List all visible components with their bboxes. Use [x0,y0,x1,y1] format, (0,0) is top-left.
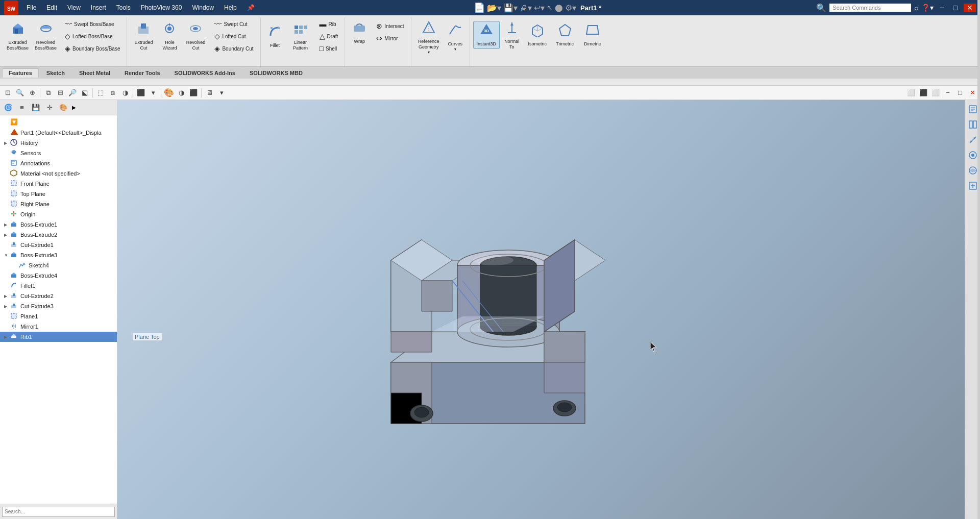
tree-rib1[interactable]: ▶ Rib1 [0,332,117,342]
view-display-drop[interactable]: ▾ [148,87,159,98]
viewport-restore[interactable]: □ [954,87,966,98]
menu-insert[interactable]: Insert [87,3,110,12]
viewport-split-h[interactable]: ⬛ [918,87,929,98]
view-orient-list[interactable]: 🔍 [14,87,26,98]
viewport[interactable]: Plane Top [117,100,965,519]
revolved-cut-button[interactable]: RevolvedCut [182,19,209,53]
tab-sheet-metal[interactable]: Sheet Metal [72,68,117,78]
reference-dropdown[interactable]: ▾ [428,50,430,55]
tab-sketch[interactable]: Sketch [40,68,71,78]
tree-top-plane[interactable]: Top Plane [0,189,117,199]
view-color[interactable]: 🎨 [163,87,175,98]
view-glass[interactable]: ⬕ [79,87,90,98]
open-btn[interactable]: 📂▾ [487,3,501,13]
view-screen[interactable]: 🖥 [204,87,215,98]
undo-btn[interactable]: ↩▾ [534,3,545,13]
hole-wizard-button[interactable]: HoleWizard [158,19,181,53]
swept-boss-button[interactable]: 〰 Swept Boss/Base [61,18,124,30]
menu-tools[interactable]: Tools [112,3,135,12]
view-display-mode[interactable]: ⬛ [135,87,146,98]
linear-pattern-button[interactable]: LinearPattern [287,19,314,53]
wrap-button[interactable]: Wrap [348,18,371,46]
tree-annotations[interactable]: Annotations [0,158,117,168]
print-btn[interactable]: 🖨▾ [520,3,532,13]
view-orient-btn[interactable]: ⊡ [2,87,13,98]
view-scenes[interactable]: ◑ [176,87,187,98]
tab-features[interactable]: Features [2,68,39,78]
view-section[interactable]: ⧉ [42,87,54,98]
instant3d-button[interactable]: 3D Instant3D [473,21,500,49]
menu-view[interactable]: View [63,3,85,12]
feature-search-input[interactable] [2,507,115,517]
menu-help[interactable]: Help [220,3,241,12]
tree-cut-extrude3[interactable]: ▶ Cut-Extrude3 [0,301,117,311]
tree-origin[interactable]: Origin [0,209,117,219]
curves-button[interactable]: Curves ▾ [444,21,467,54]
tree-fillet1[interactable]: Fillet1 [0,281,117,291]
minimize-btn[interactable]: − [937,4,947,12]
tree-history[interactable]: ▶ History [0,138,117,148]
add-item-btn[interactable]: ✛ [43,102,56,114]
view-dynamic[interactable]: ⊟ [55,87,66,98]
view-screen-drop[interactable]: ▾ [216,87,227,98]
search-icon-btn[interactable]: 🔍 [816,3,826,13]
lofted-cut-button[interactable]: ◇ Lofted Cut [211,31,257,42]
trimetric-button[interactable]: Trimetric [552,21,578,49]
close-btn[interactable]: ✕ [964,4,976,12]
tab-solidworks-addins[interactable]: SOLIDWORKS Add-Ins [168,68,242,78]
tree-boss-extrude4[interactable]: Boss-Extrude4 [0,270,117,281]
tree-right-plane[interactable]: Right Plane [0,199,117,209]
normal-to-button[interactable]: NormalTo [501,18,523,52]
options-btn[interactable]: ⚙▾ [565,3,576,13]
dimetric-button[interactable]: Dimetric [579,21,606,49]
tree-sensors[interactable]: Sensors [0,148,117,158]
tree-mirror1[interactable]: Mirror1 [0,322,117,332]
tree-material[interactable]: Material <not specified> [0,168,117,179]
help-dropdown[interactable]: ❓▾ [921,4,934,12]
menu-photoview[interactable]: PhotoView 360 [137,3,186,12]
curves-dropdown[interactable]: ▾ [454,47,456,52]
tree-part1[interactable]: Part1 (Default<<Default>_Displa [0,128,117,138]
extruded-boss-button[interactable]: ExtrudedBoss/Base [4,19,31,53]
tree-boss-extrude1[interactable]: ▶ Boss-Extrude1 [0,219,117,230]
tree-boss-extrude3[interactable]: ▼ Boss-Extrude3 [0,250,117,260]
list-view-btn[interactable]: ≡ [16,102,28,114]
select-btn[interactable]: ↖ [547,4,553,12]
menu-file[interactable]: File [22,3,40,12]
view-shadow[interactable]: ◑ [119,87,131,98]
view-hide[interactable]: ⬚ [95,87,106,98]
view-prev[interactable]: ⊕ [27,87,38,98]
shell-button[interactable]: □ Shell [316,43,342,54]
view-realview[interactable]: ⬛ [188,87,199,98]
save-tree-btn[interactable]: 💾 [30,102,42,114]
viewport-close[interactable]: ✕ [967,87,978,98]
viewport-minimize[interactable]: − [942,87,953,98]
filter-btn[interactable]: 🌀 [2,102,14,114]
isometric-button[interactable]: Isometric [524,21,551,49]
mirror-button[interactable]: ⇔ Mirror [373,33,407,44]
boundary-boss-button[interactable]: ◈ Boundary Boss/Base [61,43,124,54]
lofted-boss-button[interactable]: ◇ Lofted Boss/Base [61,31,124,42]
menu-edit[interactable]: Edit [42,3,61,12]
tree-plane1[interactable]: Plane1 [0,311,117,322]
fillet-button[interactable]: Fillet [264,22,286,51]
tab-render-tools[interactable]: Render Tools [118,68,166,78]
menu-window[interactable]: Window [188,3,218,12]
maximize-btn[interactable]: □ [950,4,961,12]
color-tree-btn[interactable]: 🎨 [57,102,69,114]
tree-cut-extrude1[interactable]: Cut-Extrude1 [0,240,117,250]
save-btn[interactable]: 💾▾ [503,3,518,13]
menu-pin[interactable]: 📌 [243,3,259,12]
tab-solidworks-mbd[interactable]: SOLIDWORKS MBD [243,68,309,78]
draft-button[interactable]: △ Draft [316,31,342,42]
new-btn[interactable]: 📄 [474,2,485,13]
view-magnify[interactable]: 🔎 [67,87,78,98]
viewport-expand[interactable]: ⬜ [905,87,917,98]
intersect-button[interactable]: ⊗ Intersect [373,20,407,32]
rebuild-btn[interactable]: ⬤ [555,4,563,12]
tree-cut-extrude2[interactable]: ▶ Cut-Extrude2 [0,291,117,301]
revolved-boss-button[interactable]: RevolvedBoss/Base [32,19,59,53]
tree-sketch4[interactable]: Sketch4 [0,260,117,270]
extruded-cut-button[interactable]: ExtrudedCut [130,19,157,53]
boundary-cut-button[interactable]: ◈ Boundary Cut [211,43,257,54]
